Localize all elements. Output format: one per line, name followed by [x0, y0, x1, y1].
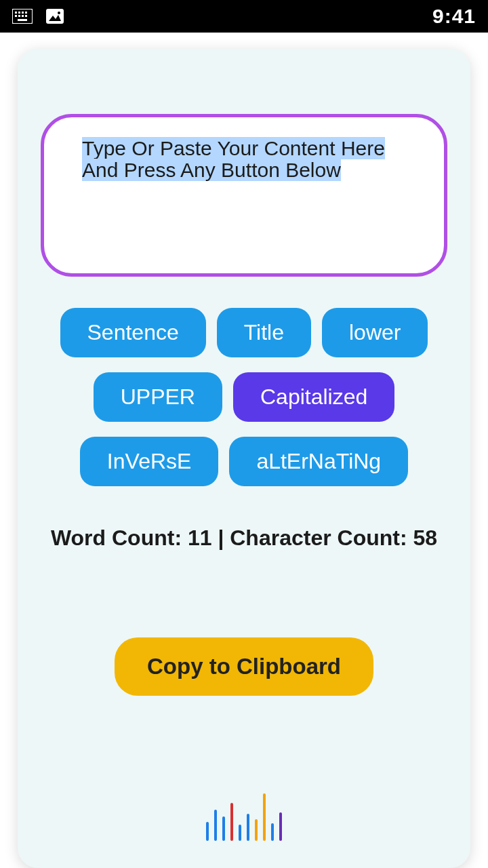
word-count-value: 11: [188, 526, 212, 550]
capitalized-case-button[interactable]: Capitalized: [233, 372, 394, 422]
content-textarea[interactable]: Type Or Paste Your Content Here And Pres…: [41, 114, 447, 277]
char-count-value: 58: [413, 526, 438, 550]
copy-to-clipboard-button[interactable]: Copy to Clipboard: [115, 637, 373, 696]
title-case-button[interactable]: Title: [217, 308, 311, 357]
decor-bar: [230, 803, 233, 841]
status-time: 9:41: [432, 5, 476, 28]
word-count-label: Word Count:: [51, 526, 182, 550]
alternating-case-button[interactable]: aLtErNaTiNg: [229, 437, 408, 486]
lower-case-button[interactable]: lower: [322, 308, 428, 357]
svg-rect-3: [22, 12, 24, 14]
decor-bar: [206, 822, 209, 841]
decor-bar: [222, 816, 225, 841]
android-status-bar: 9:41: [0, 0, 488, 33]
status-left-icons: [12, 9, 66, 24]
case-button-grid: Sentence Title lower UPPER Capitalized I…: [30, 308, 458, 486]
svg-rect-9: [18, 19, 27, 21]
decor-bar: [271, 823, 274, 841]
decor-bar: [255, 819, 258, 841]
decorative-bars: [30, 793, 458, 841]
svg-rect-6: [18, 15, 20, 17]
decor-bar: [247, 814, 249, 841]
svg-rect-2: [18, 12, 20, 14]
char-count-label: Character Count:: [230, 526, 407, 550]
svg-rect-8: [25, 15, 27, 17]
decor-bar: [279, 812, 282, 841]
svg-point-12: [58, 12, 60, 14]
keyboard-icon: [12, 9, 33, 24]
image-icon: [46, 9, 66, 24]
decor-bar: [239, 825, 241, 841]
svg-rect-5: [15, 15, 17, 17]
svg-rect-7: [22, 15, 24, 17]
decor-bar: [214, 810, 217, 841]
textarea-text: Type Or Paste Your Content Here And Pres…: [82, 138, 406, 180]
main-card: Type Or Paste Your Content Here And Pres…: [18, 49, 470, 868]
sentence-case-button[interactable]: Sentence: [60, 308, 206, 357]
count-display: Word Count: 11 | Character Count: 58: [30, 526, 458, 551]
count-separator: |: [218, 526, 224, 550]
inverse-case-button[interactable]: InVeRsE: [80, 437, 219, 486]
svg-rect-4: [25, 12, 27, 14]
decor-bar: [263, 793, 266, 841]
svg-rect-10: [46, 9, 64, 24]
upper-case-button[interactable]: UPPER: [94, 372, 222, 422]
svg-rect-1: [15, 12, 17, 14]
